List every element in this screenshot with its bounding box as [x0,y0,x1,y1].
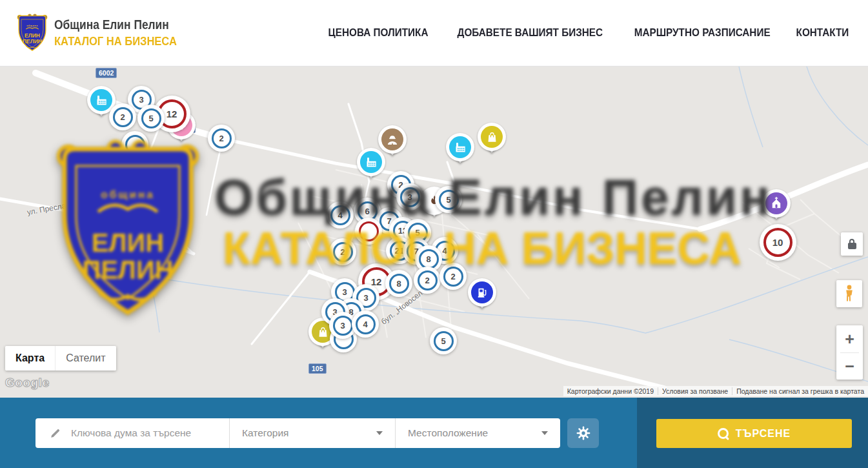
location-select[interactable]: Местоположение [395,418,560,448]
google-logo[interactable]: Google [5,376,49,390]
cluster-count: 5 [141,108,161,128]
cluster-marker[interactable]: 10 [760,224,796,261]
site-title: Община Елин Пелин [54,17,177,32]
pin-head [478,123,506,151]
zoom-in-button[interactable]: + [836,326,863,352]
pin-head [357,148,385,176]
cluster-marker[interactable] [121,131,148,158]
markers-layer: 12325223564713521274812822338334510 [0,66,868,398]
page: община ЕЛИН ПЕЛИН Община Елин Пелин КАТА… [0,0,868,468]
search-input-group: Категория Местоположение [35,418,560,448]
cluster-marker[interactable]: 8 [385,270,412,297]
category-select-value: Категория [242,427,288,439]
map-type-control: Карта Сателит [5,346,116,371]
cluster-count: 2 [333,242,353,262]
cluster-count [125,135,145,155]
cluster-count: 3 [333,316,353,336]
map-canvas[interactable]: 6002105 ул. Преславбул. „Новоселци“ 1232… [0,66,868,398]
fuel-icon [471,281,493,303]
location-select-value: Местоположение [408,427,488,439]
nav-item-add-business[interactable]: ДОБАВЕТЕ ВАШИЯТ БИЗНЕС [458,26,603,39]
cluster-marker[interactable]: 5 [430,327,457,354]
pegman-icon [842,284,856,303]
search-bar: Категория Местоположение [0,398,868,468]
cluster-marker[interactable]: 5 [435,186,462,213]
zoom-out-button[interactable]: − [836,353,863,380]
map-pin-factory-3[interactable] [446,133,474,173]
attribution-text: Картографски данни ©2019 [563,387,658,395]
chevron-down-icon [376,431,383,435]
nav-item-contacts[interactable]: КОНТАКТИ [796,26,849,39]
zoom-control: + − [836,325,863,380]
cluster-count: 2 [212,128,232,148]
cluster-count: 4 [330,205,350,225]
cluster-marker[interactable]: 2 [439,263,467,290]
shield-line2-text: ПЕЛИН [23,38,42,45]
municipality-logo-shield: община ЕЛИН ПЕЛИН [16,13,48,53]
brand[interactable]: община ЕЛИН ПЕЛИН Община Елин Пелин КАТА… [16,13,195,53]
search-button-label: ТЪРСЕНЕ [736,428,791,440]
cluster-count: 2 [418,270,438,290]
search-icon [718,428,729,439]
cluster-count: 8 [419,249,439,269]
church-icon [765,192,787,214]
nav-item-route-schedule[interactable]: МАРШРУТНО РАЗПИСАНИЕ [634,26,770,39]
map-type-map-button[interactable]: Карта [5,346,55,371]
map-type-satellite-button[interactable]: Сателит [55,346,116,371]
cluster-marker[interactable]: 5 [137,105,165,132]
header: община ЕЛИН ПЕЛИН Община Елин Пелин КАТА… [0,0,868,66]
keyword-field [35,418,229,448]
cluster-count [359,221,379,241]
shopping-bag-icon [481,126,503,148]
map-pin-fuel-1[interactable] [468,278,496,318]
map-pin-church-1[interactable] [762,189,791,229]
cluster-count: 5 [439,190,459,210]
cluster-marker[interactable]: 2 [208,125,235,152]
cluster-count: 5 [434,331,454,351]
cluster-marker[interactable]: 4 [352,310,379,338]
cluster-marker[interactable]: 2 [109,103,136,130]
cluster-count: 4 [356,314,376,334]
cluster-marker[interactable]: 4 [327,201,354,229]
cluster-marker[interactable] [355,218,382,245]
lock-button[interactable] [841,232,863,256]
gear-icon [576,425,591,441]
map-attribution: Картографски данни ©2019Условия за ползв… [563,386,868,396]
main-nav: ЦЕНОВА ПОЛИТИКАДОБАВЕТЕ ВАШИЯТ БИЗНЕСМАР… [323,26,852,39]
cluster-count: 8 [389,274,409,294]
cluster-marker[interactable]: 2 [414,267,441,294]
advanced-settings-button[interactable] [567,418,599,448]
shield-top-text: община [26,25,38,27]
factory-icon [360,151,382,173]
pin-head [468,278,496,307]
map-pin-factory-2[interactable] [357,148,385,188]
attribution-link-1[interactable]: Условия за ползване [658,387,732,395]
factory-icon [90,89,112,111]
attribution-link-2[interactable]: Подаване на сигнал за грешка в картата [732,387,868,395]
pin-head [762,189,791,218]
cluster-count: 2 [443,267,463,287]
cluster-marker[interactable]: 2 [329,238,356,265]
worker-icon [381,128,403,150]
pencil-icon [49,427,61,440]
category-select[interactable]: Категория [229,418,395,448]
shield-line1-text: ЕЛИН [25,32,40,39]
lock-icon [848,243,856,249]
chevron-down-icon [541,431,548,435]
cluster-count: 3 [400,187,420,207]
cluster-count: 10 [763,228,792,257]
pin-head [446,133,474,161]
cluster-count: 2 [113,107,133,127]
keyword-search-input[interactable] [70,427,224,440]
site-subtitle: КАТАЛОГ НА БИЗНЕСА [54,34,177,48]
search-button[interactable]: ТЪРСЕНЕ [656,419,852,448]
map-pin-shopping-1[interactable] [478,123,506,163]
factory-icon [449,136,471,158]
nav-item-pricing[interactable]: ЦЕНОВА ПОЛИТИКА [328,26,429,39]
pegman-button[interactable] [836,280,862,307]
cluster-marker[interactable]: 3 [396,183,423,210]
